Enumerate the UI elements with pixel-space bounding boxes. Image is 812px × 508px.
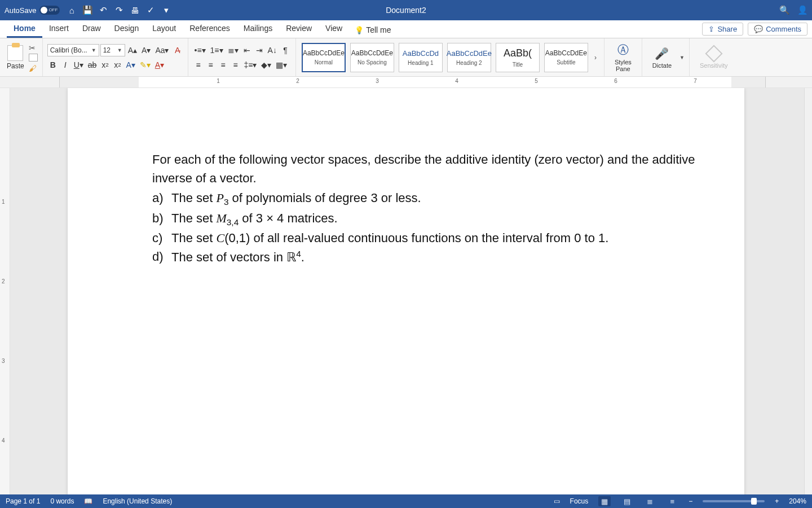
document-page[interactable]: For each of the following vector spaces,… — [68, 88, 744, 494]
autosave-toggle[interactable]: AutoSave OFF — [5, 6, 60, 15]
highlight-icon[interactable]: ✎▾ — [138, 59, 152, 71]
tell-me-label: Tell me — [366, 25, 391, 34]
zoom-out-button[interactable]: − — [689, 497, 692, 505]
tab-insert[interactable]: Insert — [42, 20, 76, 38]
paste-button[interactable]: Paste — [7, 45, 24, 70]
copy-icon[interactable] — [29, 54, 38, 62]
ruler-number: 7 — [694, 78, 697, 84]
font-name-select[interactable]: Calibri (Bo... ▼ — [47, 44, 99, 56]
tab-review[interactable]: Review — [279, 20, 319, 38]
borders-icon[interactable]: ▦▾ — [274, 59, 289, 71]
subscript-button[interactable]: x2 — [99, 59, 111, 71]
italic-button[interactable]: I — [60, 59, 71, 71]
bullets-icon[interactable]: •≡▾ — [193, 44, 208, 56]
text-effects-icon[interactable]: A▾ — [124, 59, 136, 71]
cut-icon[interactable]: ✂ — [29, 43, 38, 51]
list-item-text: The set of vectors in ℝ4. — [171, 247, 705, 266]
bold-button[interactable]: B — [47, 59, 59, 71]
spellcheck-status-icon[interactable]: 📖 — [84, 497, 92, 505]
style-heading-1[interactable]: AaBbCcDdHeading 1 — [399, 43, 443, 72]
tab-draw[interactable]: Draw — [76, 20, 108, 38]
search-icon[interactable]: 🔍 — [779, 5, 789, 15]
tab-home[interactable]: Home — [7, 20, 42, 38]
zoom-value[interactable]: 204% — [789, 497, 806, 505]
clear-formatting-icon[interactable]: A̶ — [172, 44, 183, 56]
print-icon[interactable]: 🖶 — [130, 5, 140, 15]
align-center-icon[interactable]: ≡ — [205, 59, 217, 71]
style-title[interactable]: AaBb(Title — [496, 43, 540, 72]
account-icon[interactable]: 👤 — [797, 5, 807, 15]
underline-button[interactable]: U▾ — [72, 59, 85, 71]
style-normal[interactable]: AaBbCcDdEeNormal — [302, 43, 346, 72]
align-left-icon[interactable]: ≡ — [193, 59, 204, 71]
web-layout-view-icon[interactable]: ▤ — [621, 496, 633, 506]
tab-mailings[interactable]: Mailings — [237, 20, 279, 38]
sort-icon[interactable]: A↓ — [266, 44, 279, 56]
style-sample: AaBbCcDd — [403, 49, 439, 58]
share-button[interactable]: ⇪ Share — [702, 23, 743, 36]
shading-icon[interactable]: ◆▾ — [259, 59, 273, 71]
vertical-scrollbar[interactable] — [804, 88, 812, 494]
horizontal-ruler[interactable]: 1234567 — [0, 77, 812, 88]
language-indicator[interactable]: English (United States) — [103, 497, 172, 505]
focus-mode-icon[interactable]: ▭ — [554, 497, 560, 505]
style-subtitle[interactable]: AaBbCcDdEeSubtitle — [544, 43, 588, 72]
format-painter-icon[interactable]: 🖌 — [29, 64, 38, 72]
show-marks-icon[interactable]: ¶ — [280, 44, 291, 56]
styles-pane-button[interactable]: Ⓐ Styles Pane — [609, 43, 637, 72]
save-icon[interactable]: 💾 — [82, 5, 92, 15]
shrink-font-icon[interactable]: A▾ — [140, 44, 152, 56]
chevron-down-icon[interactable]: ▼ — [679, 55, 685, 60]
draft-view-icon[interactable]: ≡ — [666, 496, 678, 506]
tab-view[interactable]: View — [319, 20, 349, 38]
word-count[interactable]: 0 words — [50, 497, 74, 505]
title-bar: AutoSave OFF ⌂ 💾 ↶ ↷ 🖶 ✓ ▾ Document2 🔍 👤 — [0, 0, 812, 20]
style-sample: AaBbCcDdEe — [303, 49, 345, 57]
autosave-label: AutoSave — [5, 6, 36, 15]
list-item-label: b) — [152, 209, 171, 229]
grow-font-icon[interactable]: A▴ — [126, 44, 139, 56]
comments-label: Comments — [766, 25, 801, 33]
list-item: c)The set C(0,1) of all real-valued cont… — [152, 229, 705, 247]
multilevel-list-icon[interactable]: ≣▾ — [226, 44, 240, 56]
superscript-button[interactable]: x2 — [112, 59, 123, 71]
decrease-indent-icon[interactable]: ⇤ — [241, 44, 253, 56]
dictate-button[interactable]: 🎤 Dictate — [647, 46, 677, 69]
document-body[interactable]: For each of the following vector spaces,… — [152, 150, 705, 266]
page-indicator[interactable]: Page 1 of 1 — [6, 497, 40, 505]
styles-more-icon[interactable]: › — [592, 54, 599, 62]
zoom-slider[interactable] — [703, 500, 765, 502]
zoom-in-button[interactable]: + — [775, 497, 779, 505]
document-workspace: 1234 For each of the following vector sp… — [0, 88, 812, 494]
comments-button[interactable]: 💬 Comments — [748, 23, 807, 36]
styles-group: AaBbCcDdEeNormalAaBbCcDdEeNo SpacingAaBb… — [296, 38, 604, 76]
spellcheck-icon[interactable]: ✓ — [145, 5, 156, 15]
font-color-icon[interactable]: A▾ — [153, 59, 166, 71]
undo-icon[interactable]: ↶ — [98, 5, 108, 15]
align-right-icon[interactable]: ≡ — [218, 59, 229, 71]
change-case-icon[interactable]: Aa▾ — [153, 44, 170, 56]
line-spacing-icon[interactable]: ‡≡▾ — [242, 59, 259, 71]
increase-indent-icon[interactable]: ⇥ — [254, 44, 265, 56]
justify-icon[interactable]: ≡ — [230, 59, 241, 71]
focus-label[interactable]: Focus — [570, 497, 589, 505]
tell-me-search[interactable]: 💡 Tell me — [349, 22, 396, 38]
vertical-ruler[interactable]: 1234 — [0, 88, 10, 494]
qat-customize-icon[interactable]: ▾ — [161, 5, 171, 15]
share-icon: ⇪ — [708, 25, 714, 33]
print-layout-view-icon[interactable]: ▦ — [598, 496, 611, 506]
tab-references[interactable]: References — [183, 20, 237, 38]
quick-access-toolbar: ⌂ 💾 ↶ ↷ 🖶 ✓ ▾ — [67, 5, 171, 15]
outline-view-icon[interactable]: ≣ — [643, 496, 656, 506]
strikethrough-button[interactable]: ab — [86, 59, 99, 71]
style-heading-2[interactable]: AaBbCcDdEeHeading 2 — [447, 43, 491, 72]
tab-design[interactable]: Design — [108, 20, 146, 38]
style-no-spacing[interactable]: AaBbCcDdEeNo Spacing — [350, 43, 394, 72]
home-icon[interactable]: ⌂ — [67, 5, 77, 15]
numbering-icon[interactable]: 1≡▾ — [209, 44, 225, 56]
chevron-down-icon: ▼ — [117, 47, 122, 53]
tab-layout[interactable]: Layout — [145, 20, 183, 38]
font-size-select[interactable]: 12 ▼ — [100, 44, 125, 56]
redo-icon[interactable]: ↷ — [114, 5, 124, 15]
zoom-slider-thumb[interactable] — [751, 498, 757, 505]
